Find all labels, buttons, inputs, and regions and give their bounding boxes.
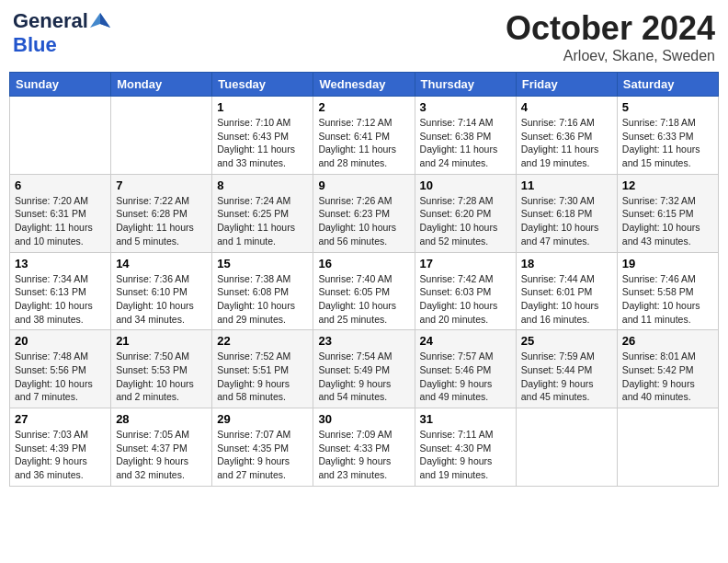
day-number: 15 [217,257,308,270]
day-info: Sunrise: 7:20 AM Sunset: 6:31 PM Dayligh… [15,194,106,248]
calendar-table: SundayMondayTuesdayWednesdayThursdayFrid… [9,72,719,487]
day-info: Sunrise: 7:36 AM Sunset: 6:10 PM Dayligh… [116,272,207,327]
calendar-cell: 20Sunrise: 7:48 AM Sunset: 5:56 PM Dayli… [10,330,111,408]
calendar-cell: 31Sunrise: 7:11 AM Sunset: 4:30 PM Dayli… [415,408,516,487]
day-number: 29 [217,412,308,426]
day-info: Sunrise: 7:24 AM Sunset: 6:25 PM Dayligh… [217,194,308,248]
day-of-week-friday: Friday [516,73,617,97]
calendar-cell: 21Sunrise: 7:50 AM Sunset: 5:53 PM Dayli… [111,330,212,408]
calendar-cell: 16Sunrise: 7:40 AM Sunset: 6:05 PM Dayli… [313,252,415,330]
day-number: 4 [521,100,612,114]
calendar-cell: 7Sunrise: 7:22 AM Sunset: 6:28 PM Daylig… [111,174,212,252]
calendar-cell: 18Sunrise: 7:44 AM Sunset: 6:01 PM Dayli… [516,252,617,330]
day-info: Sunrise: 7:48 AM Sunset: 5:56 PM Dayligh… [15,350,106,404]
day-info: Sunrise: 7:52 AM Sunset: 5:51 PM Dayligh… [217,350,308,404]
page-subtitle: Arloev, Skane, Sweden [506,48,715,64]
calendar-cell: 6Sunrise: 7:20 AM Sunset: 6:31 PM Daylig… [10,174,111,252]
day-number: 7 [116,178,207,192]
calendar-cell [516,408,617,487]
calendar-cell: 11Sunrise: 7:30 AM Sunset: 6:18 PM Dayli… [516,174,617,252]
calendar-week-2: 6Sunrise: 7:20 AM Sunset: 6:31 PM Daylig… [10,174,719,252]
calendar-cell: 22Sunrise: 7:52 AM Sunset: 5:51 PM Dayli… [212,330,313,408]
day-of-week-saturday: Saturday [617,73,718,97]
calendar-cell: 24Sunrise: 7:57 AM Sunset: 5:46 PM Dayli… [415,330,516,408]
day-info: Sunrise: 7:03 AM Sunset: 4:39 PM Dayligh… [15,428,106,482]
day-info: Sunrise: 7:40 AM Sunset: 6:05 PM Dayligh… [318,272,409,327]
days-of-week-row: SundayMondayTuesdayWednesdayThursdayFrid… [10,73,719,97]
logo-general-text: General [13,9,88,33]
calendar-week-5: 27Sunrise: 7:03 AM Sunset: 4:39 PM Dayli… [10,408,719,487]
day-number: 8 [217,178,308,192]
day-info: Sunrise: 7:42 AM Sunset: 6:03 PM Dayligh… [420,272,511,327]
day-number: 24 [420,334,511,348]
logo-blue-text: Blue [13,33,57,56]
day-number: 31 [420,412,511,426]
calendar-cell: 26Sunrise: 8:01 AM Sunset: 5:42 PM Dayli… [617,330,718,408]
calendar-cell: 4Sunrise: 7:16 AM Sunset: 6:36 PM Daylig… [516,97,617,175]
svg-marker-1 [100,13,110,28]
day-number: 13 [15,257,106,270]
day-number: 12 [622,178,713,192]
day-number: 21 [116,334,207,348]
day-info: Sunrise: 7:14 AM Sunset: 6:38 PM Dayligh… [420,116,511,170]
day-info: Sunrise: 7:44 AM Sunset: 6:01 PM Dayligh… [521,272,612,327]
day-number: 20 [15,334,106,348]
calendar-cell: 3Sunrise: 7:14 AM Sunset: 6:38 PM Daylig… [415,97,516,175]
day-number: 14 [116,257,207,270]
calendar-body: 1Sunrise: 7:10 AM Sunset: 6:43 PM Daylig… [10,97,719,487]
calendar-week-4: 20Sunrise: 7:48 AM Sunset: 5:56 PM Dayli… [10,330,719,408]
day-number: 9 [318,178,409,192]
day-number: 3 [420,100,511,114]
calendar-header: SundayMondayTuesdayWednesdayThursdayFrid… [10,73,719,97]
day-info: Sunrise: 7:07 AM Sunset: 4:35 PM Dayligh… [217,428,308,482]
day-info: Sunrise: 7:16 AM Sunset: 6:36 PM Dayligh… [521,116,612,170]
day-number: 25 [521,334,612,348]
day-of-week-tuesday: Tuesday [212,73,313,97]
day-info: Sunrise: 7:18 AM Sunset: 6:33 PM Dayligh… [622,116,713,170]
title-area: October 2024 Arloev, Skane, Sweden [506,9,715,64]
day-number: 27 [15,412,106,426]
day-info: Sunrise: 7:50 AM Sunset: 5:53 PM Dayligh… [116,350,207,404]
calendar-cell: 27Sunrise: 7:03 AM Sunset: 4:39 PM Dayli… [10,408,111,487]
calendar-cell: 29Sunrise: 7:07 AM Sunset: 4:35 PM Dayli… [212,408,313,487]
day-info: Sunrise: 7:05 AM Sunset: 4:37 PM Dayligh… [116,428,207,482]
calendar-cell: 15Sunrise: 7:38 AM Sunset: 6:08 PM Dayli… [212,252,313,330]
day-number: 26 [622,334,713,348]
day-number: 5 [622,100,713,114]
calendar-cell: 19Sunrise: 7:46 AM Sunset: 5:58 PM Dayli… [617,252,718,330]
day-info: Sunrise: 7:32 AM Sunset: 6:15 PM Dayligh… [622,194,713,248]
day-number: 30 [318,412,409,426]
day-info: Sunrise: 7:11 AM Sunset: 4:30 PM Dayligh… [420,428,511,482]
day-of-week-thursday: Thursday [415,73,516,97]
calendar-cell: 12Sunrise: 7:32 AM Sunset: 6:15 PM Dayli… [617,174,718,252]
logo: General Blue [13,9,110,57]
day-info: Sunrise: 7:30 AM Sunset: 6:18 PM Dayligh… [521,194,612,248]
day-info: Sunrise: 7:12 AM Sunset: 6:41 PM Dayligh… [318,116,409,170]
day-of-week-monday: Monday [111,73,212,97]
calendar-cell: 2Sunrise: 7:12 AM Sunset: 6:41 PM Daylig… [313,97,415,175]
day-info: Sunrise: 7:22 AM Sunset: 6:28 PM Dayligh… [116,194,207,248]
day-of-week-wednesday: Wednesday [313,73,415,97]
calendar-cell: 25Sunrise: 7:59 AM Sunset: 5:44 PM Dayli… [516,330,617,408]
day-number: 1 [217,100,308,114]
day-info: Sunrise: 7:46 AM Sunset: 5:58 PM Dayligh… [622,272,713,327]
day-of-week-sunday: Sunday [10,73,111,97]
day-info: Sunrise: 7:09 AM Sunset: 4:33 PM Dayligh… [318,428,409,482]
day-info: Sunrise: 7:10 AM Sunset: 6:43 PM Dayligh… [217,116,308,170]
day-info: Sunrise: 7:38 AM Sunset: 6:08 PM Dayligh… [217,272,308,327]
day-number: 28 [116,412,207,426]
day-number: 10 [420,178,511,192]
calendar-cell [111,97,212,175]
day-info: Sunrise: 7:59 AM Sunset: 5:44 PM Dayligh… [521,350,612,404]
day-number: 6 [15,178,106,192]
calendar-cell: 28Sunrise: 7:05 AM Sunset: 4:37 PM Dayli… [111,408,212,487]
day-info: Sunrise: 8:01 AM Sunset: 5:42 PM Dayligh… [622,350,713,404]
calendar-cell: 10Sunrise: 7:28 AM Sunset: 6:20 PM Dayli… [415,174,516,252]
day-info: Sunrise: 7:26 AM Sunset: 6:23 PM Dayligh… [318,194,409,248]
day-number: 19 [622,257,713,270]
page-title: October 2024 [506,9,715,48]
day-info: Sunrise: 7:57 AM Sunset: 5:46 PM Dayligh… [420,350,511,404]
day-number: 23 [318,334,409,348]
day-info: Sunrise: 7:34 AM Sunset: 6:13 PM Dayligh… [15,272,106,327]
calendar-cell: 23Sunrise: 7:54 AM Sunset: 5:49 PM Dayli… [313,330,415,408]
